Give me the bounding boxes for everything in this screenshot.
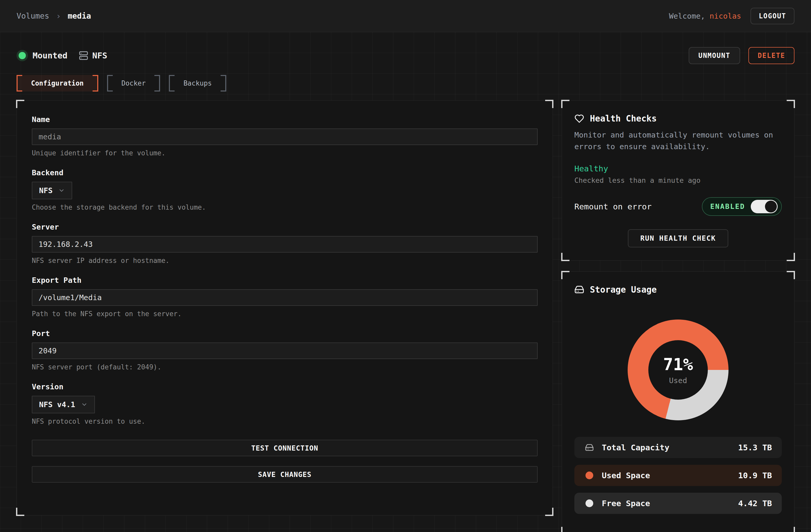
hard-drive-icon <box>584 443 595 452</box>
chevron-down-icon <box>58 187 65 194</box>
mounted-status-dot-icon <box>17 50 28 61</box>
export-path-input[interactable] <box>32 289 538 306</box>
chevron-down-icon <box>81 401 88 408</box>
delete-button[interactable]: DELETE <box>748 47 794 64</box>
version-label: Version <box>32 382 538 391</box>
backend-helper: Choose the storage backend for this volu… <box>32 203 538 211</box>
backend-badge-label: NFS <box>92 51 107 61</box>
free-space-label: Free Space <box>602 499 650 508</box>
hard-drive-icon <box>575 285 584 294</box>
name-input[interactable] <box>32 128 538 145</box>
health-description: Monitor and automatically remount volume… <box>575 129 782 153</box>
test-connection-button[interactable]: TEST CONNECTION <box>32 440 538 456</box>
version-select-value: NFS v4.1 <box>39 400 75 409</box>
version-helper: NFS protocol version to use. <box>32 418 538 425</box>
breadcrumb-current-page: media <box>68 11 91 20</box>
field-version: Version NFS v4.1 NFS protocol version to… <box>32 382 538 425</box>
port-helper: NFS server port (default: 2049). <box>32 363 538 371</box>
port-input[interactable] <box>32 343 538 359</box>
remount-label: Remount on error <box>575 202 652 211</box>
health-title-text: Health Checks <box>590 113 657 124</box>
status-left: Mounted NFS <box>17 50 107 61</box>
status-actions: UNMOUNT DELETE <box>689 47 795 64</box>
name-label: Name <box>32 115 538 124</box>
header-right: Welcome, nicolas LOGOUT <box>669 8 794 24</box>
card-corner-bracket <box>16 508 24 516</box>
card-corner-bracket <box>561 527 569 532</box>
health-card-title: Health Checks <box>575 113 782 124</box>
heart-icon <box>575 114 584 124</box>
name-helper: Unique identifier for the volume. <box>32 149 538 157</box>
card-corner-bracket <box>787 527 795 532</box>
version-select[interactable]: NFS v4.1 <box>32 396 95 413</box>
card-corner-bracket <box>545 508 553 516</box>
card-corner-bracket <box>561 100 569 108</box>
field-name: Name Unique identifier for the volume. <box>32 115 538 157</box>
breadcrumb: Volumes › media <box>17 11 91 21</box>
export-path-helper: Path to the NFS export on the server. <box>32 310 538 318</box>
field-backend: Backend NFS Choose the storage backend f… <box>32 168 538 211</box>
field-port: Port NFS server port (default: 2049). <box>32 329 538 371</box>
used-space-row: Used Space 10.9 TB <box>575 465 782 486</box>
save-changes-button[interactable]: SAVE CHANGES <box>32 466 538 483</box>
status-row: Mounted NFS UNMOUNT DELETE <box>17 47 794 64</box>
logout-button[interactable]: LOGOUT <box>750 8 794 24</box>
storage-title-text: Storage Usage <box>590 285 657 295</box>
card-corner-bracket <box>787 100 795 108</box>
right-column: Health Checks Monitor and automatically … <box>562 100 794 532</box>
page-content: Mounted NFS UNMOUNT DELETE Configuration… <box>0 32 811 532</box>
header: Volumes › media Welcome, nicolas LOGOUT <box>0 0 811 32</box>
card-corner-bracket <box>16 100 24 108</box>
backend-badge: NFS <box>79 51 107 61</box>
health-checks-card: Health Checks Monitor and automatically … <box>562 100 794 261</box>
card-corner-bracket <box>787 271 795 279</box>
breadcrumb-volumes-link[interactable]: Volumes <box>17 11 49 20</box>
tab-configuration[interactable]: Configuration <box>17 75 98 92</box>
free-space-value: 4.42 TB <box>738 499 772 508</box>
server-label: Server <box>32 222 538 231</box>
health-status-text: Healthy <box>575 164 782 173</box>
server-helper: NFS server IP address or hostname. <box>32 257 538 264</box>
backend-select-value: NFS <box>39 186 52 195</box>
server-input[interactable] <box>32 236 538 253</box>
backend-label: Backend <box>32 168 538 177</box>
run-health-check-button[interactable]: RUN HEALTH CHECK <box>628 229 728 247</box>
tab-backups[interactable]: Backups <box>169 75 226 92</box>
storage-usage-card: Storage Usage 71% Used <box>562 271 794 532</box>
field-export-path: Export Path Path to the NFS export on th… <box>32 276 538 318</box>
username: nicolas <box>709 12 741 20</box>
unmount-button[interactable]: UNMOUNT <box>689 47 740 64</box>
total-capacity-label: Total Capacity <box>602 443 669 452</box>
backend-select[interactable]: NFS <box>32 182 72 199</box>
welcome-text: Welcome, nicolas <box>669 12 741 20</box>
free-space-dot-icon <box>584 499 595 507</box>
configuration-card: Name Unique identifier for the volume. B… <box>17 100 553 515</box>
used-space-dot-icon <box>584 471 595 479</box>
form-buttons: TEST CONNECTION SAVE CHANGES <box>32 440 538 483</box>
card-corner-bracket <box>545 100 553 108</box>
card-corner-bracket <box>787 253 795 261</box>
used-space-label: Used Space <box>602 471 650 480</box>
export-path-label: Export Path <box>32 276 538 285</box>
storage-donut-center: 71% Used <box>648 340 708 400</box>
card-corner-bracket <box>561 271 569 279</box>
field-server: Server NFS server IP address or hostname… <box>32 222 538 264</box>
mount-status-label: Mounted <box>33 51 67 61</box>
remount-toggle[interactable]: ENABLED <box>702 197 782 216</box>
total-capacity-value: 15.3 TB <box>738 443 772 452</box>
toggle-state-label: ENABLED <box>710 202 745 210</box>
total-capacity-row: Total Capacity 15.3 TB <box>575 437 782 458</box>
remount-row: Remount on error ENABLED <box>575 197 782 216</box>
server-icon <box>79 51 88 60</box>
welcome-label: Welcome, <box>669 12 705 20</box>
toggle-switch[interactable] <box>751 200 778 213</box>
used-space-value: 10.9 TB <box>738 471 772 480</box>
donut-percent-value: 71% <box>663 355 693 374</box>
free-space-row: Free Space 4.42 TB <box>575 493 782 514</box>
storage-donut-wrap: 71% Used <box>628 319 729 420</box>
card-corner-bracket <box>561 253 569 261</box>
mount-status: Mounted <box>17 50 67 61</box>
tab-docker[interactable]: Docker <box>107 75 160 92</box>
storage-card-title: Storage Usage <box>575 285 782 295</box>
donut-percent-label: Used <box>669 376 687 385</box>
